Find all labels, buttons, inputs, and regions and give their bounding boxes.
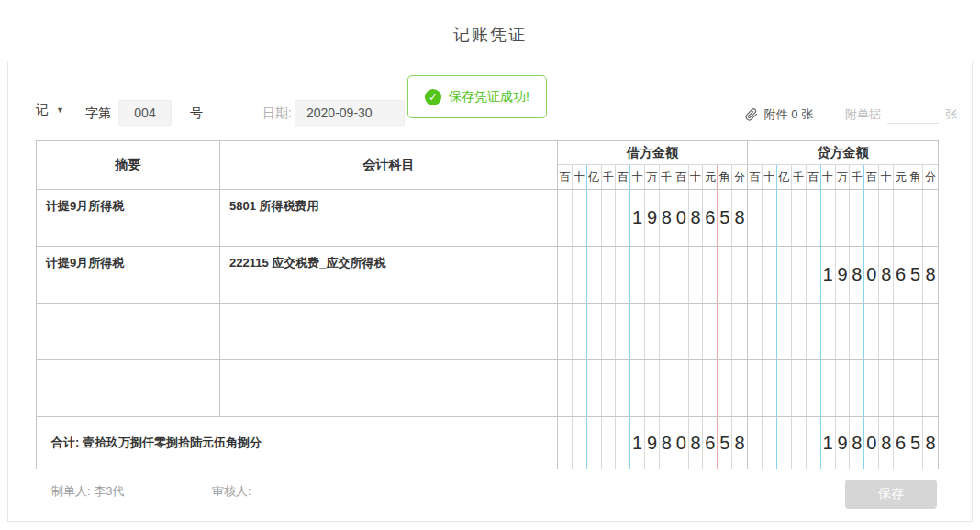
total-label: 合计: 壹拾玖万捌仟零捌拾陆元伍角捌分 (37, 417, 558, 469)
amount-digit: 6 (703, 417, 718, 469)
amount-digit (558, 247, 573, 303)
digit-column-header: 百 (748, 165, 763, 189)
digit-column-header: 十 (573, 165, 587, 189)
amount-digit: 5 (718, 190, 732, 246)
account-cell[interactable]: 5801 所得税费用 (220, 190, 558, 246)
summary-cell[interactable] (37, 304, 220, 359)
digit-column-header: 百 (807, 165, 821, 189)
credit-amount-cell[interactable] (748, 360, 938, 416)
amount-digit (732, 247, 747, 303)
toast-message: 保存凭证成功! (449, 89, 529, 105)
amount-digit (923, 190, 938, 246)
debit-amount-cell[interactable] (558, 247, 748, 303)
digit-column-header: 万 (645, 165, 660, 189)
amount-digit (792, 304, 807, 359)
debit-digit-headers: 百十亿千百十万千百十元角分 (558, 165, 748, 189)
amount-digit (777, 360, 792, 416)
amount-digit (645, 304, 660, 359)
amount-digit (587, 190, 602, 246)
credit-amount-cell[interactable]: 19808658 (748, 247, 938, 303)
amount-digit (732, 360, 747, 416)
amount-digit (879, 304, 894, 359)
check-circle-icon: ✓ (425, 89, 441, 105)
amount-digit (923, 360, 938, 416)
amount-digit (777, 247, 792, 303)
account-header: 会计科目 (220, 141, 558, 189)
digit-column-header: 十 (763, 165, 777, 189)
amount-digit (630, 247, 645, 303)
debit-amount-cell[interactable] (558, 360, 748, 416)
auditor-label: 审核人: (212, 483, 251, 500)
amount-digit (732, 304, 747, 359)
amount-digit: 8 (732, 190, 747, 246)
voucher-row (37, 304, 938, 360)
debit-amount-cell[interactable]: 19808658 (558, 190, 748, 246)
amount-digit (850, 304, 864, 359)
credit-amount-cell[interactable] (748, 190, 938, 246)
summary-cell[interactable]: 计提9月所得税 (37, 247, 220, 303)
amount-digit: 8 (689, 190, 704, 246)
digit-column-header: 元 (703, 165, 718, 189)
voucher-no-input[interactable] (118, 100, 172, 126)
debit-header: 借方金额 (558, 141, 748, 165)
save-success-toast: ✓ 保存凭证成功! (407, 75, 547, 118)
amount-digit (616, 190, 630, 246)
amount-digit (894, 360, 908, 416)
total-credit-amount: 19808658 (748, 417, 938, 469)
amount-digit (807, 417, 821, 469)
digit-column-header: 百 (864, 165, 879, 189)
save-button[interactable]: 保存 (845, 480, 937, 509)
amount-digit (807, 247, 821, 303)
amount-digit (821, 190, 836, 246)
amount-digit: 9 (645, 190, 660, 246)
digit-column-header: 十 (821, 165, 836, 189)
page-title: 记账凭证 (0, 24, 980, 46)
amount-digit (602, 247, 617, 303)
digit-column-header: 千 (792, 165, 807, 189)
paperclip-icon[interactable] (745, 108, 758, 121)
amount-digit (689, 304, 704, 359)
voucher-word-dropdown[interactable]: 记 ▼ (36, 102, 80, 127)
account-cell[interactable] (220, 304, 558, 359)
amount-digit (807, 304, 821, 359)
attachment-bar: 附件 0 张 附单据 张 (745, 105, 957, 124)
chevron-down-icon: ▼ (56, 105, 64, 115)
digit-column-header: 角 (908, 165, 923, 189)
amount-digit (674, 247, 689, 303)
amount-digit: 8 (689, 417, 704, 469)
amount-digit (748, 304, 763, 359)
summary-cell[interactable]: 计提9月所得税 (37, 190, 220, 246)
amount-digit (807, 360, 821, 416)
creator-label: 制单人: 李3代 (51, 483, 124, 500)
debit-amount-cell[interactable] (558, 304, 748, 359)
credit-digit-headers: 百十亿千百十万千百十元角分 (748, 165, 938, 189)
digit-column-header: 千 (602, 165, 617, 189)
amount-digit (908, 360, 923, 416)
amount-digit (587, 247, 602, 303)
digit-column-header: 十 (630, 165, 645, 189)
amount-digit (630, 304, 645, 359)
amount-digit (602, 417, 617, 469)
attach-doc-input[interactable] (887, 105, 939, 124)
amount-digit (894, 190, 908, 246)
date-input[interactable] (295, 100, 405, 126)
account-cell[interactable] (220, 360, 558, 416)
amount-digit (602, 190, 617, 246)
voucher-word: 记 (36, 102, 49, 118)
table-header: 摘要 会计科目 借方金额 贷方金额 百十亿千百十万千百十元角分 百十亿千百十万千… (37, 141, 938, 190)
amount-digit (703, 247, 718, 303)
summary-cell[interactable] (37, 360, 220, 416)
amount-digit: 9 (645, 417, 660, 469)
account-cell[interactable]: 222115 应交税费_应交所得税 (220, 247, 558, 303)
amount-digit (792, 417, 807, 469)
amount-digit (864, 360, 879, 416)
amount-digit (718, 247, 732, 303)
table-body: 计提9月所得税5801 所得税费用19808658计提9月所得税222115 应… (37, 190, 938, 417)
credit-amount-cell[interactable] (748, 304, 938, 359)
amount-digit (573, 304, 587, 359)
amount-digit (718, 360, 732, 416)
attachment-count[interactable]: 附件 0 张 (764, 106, 813, 123)
amount-digit: 1 (630, 417, 645, 469)
amount-digit (923, 304, 938, 359)
digit-column-header: 角 (718, 165, 732, 189)
